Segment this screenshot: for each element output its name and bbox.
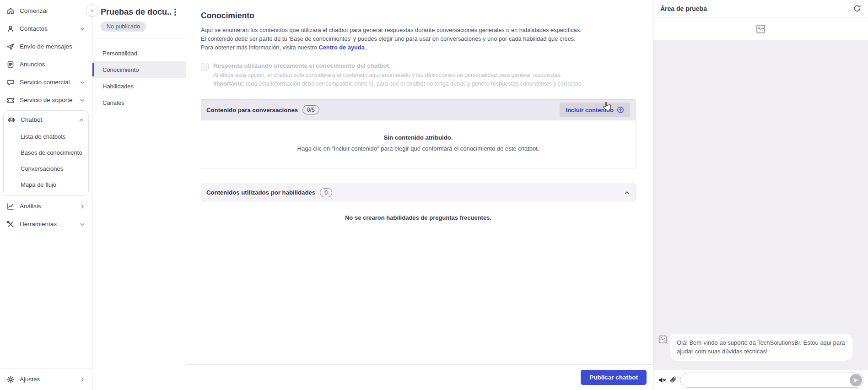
conversations-section-header: Contenido para conversaciones 0/5 Inclui… (201, 99, 636, 120)
chevron-down-icon (79, 221, 86, 228)
empty-state-title: Sin contenido atribuido. (210, 134, 626, 141)
chevron-right-icon (79, 203, 86, 210)
skills-section-header[interactable]: Contenidos utilizados por habilidades 0 (201, 184, 636, 201)
sidebar-item-ajustes[interactable]: Ajustes (0, 370, 92, 388)
sidebar-item-mapa-de-flujo[interactable]: Mapa de flujo (4, 177, 88, 193)
conversations-count-badge: 0/5 (302, 105, 319, 114)
chevron-down-icon (79, 26, 86, 32)
sidebar-footer: Ajustes (0, 368, 92, 390)
sidebar-item-analisis[interactable]: Análisis (0, 197, 92, 215)
chevron-down-icon (79, 97, 86, 103)
sidebar-item-servicio-de-soporte[interactable]: Servicio de soporte (0, 91, 92, 109)
status-badge: No publicado (101, 22, 146, 32)
tab-habilidades[interactable]: Habilidades (92, 78, 186, 94)
skills-empty-text: No se crearon habilidades de preguntas f… (210, 214, 626, 221)
divider (92, 38, 186, 38)
sidebar-item-comenzar[interactable]: Comenzar (0, 2, 92, 20)
chatbot-avatar-strip (653, 17, 868, 40)
chevron-down-icon (79, 79, 86, 86)
conversations-content-section: Contenido para conversaciones 0/5 Inclui… (201, 99, 636, 169)
send-button[interactable] (850, 374, 862, 386)
broken-image-icon (658, 335, 667, 344)
tab-conocimiento[interactable]: Conocimiento (92, 61, 186, 78)
plus-circle-icon (617, 106, 624, 114)
test-area-panel: Área de prueba Olá! Bem-vindo ao suporte… (653, 0, 868, 390)
send-icon (6, 43, 15, 51)
chat-message-input[interactable] (680, 373, 845, 387)
bot-message-row: Olá! Bem-vindo ao suporte da TechSolutio… (658, 334, 863, 361)
knowledge-only-checkbox[interactable] (201, 63, 209, 70)
tab-personalidad[interactable]: Personalidad (92, 45, 186, 61)
main-content: Conocimiento Aquí se enumeran los conten… (186, 0, 653, 390)
skills-content-section: Contenidos utilizados por habilidades 0 … (201, 184, 636, 236)
skills-count-badge: 0 (320, 188, 332, 197)
skills-empty-state: No se crearon habilidades de preguntas f… (201, 201, 636, 236)
sidebar-item-envio-de-mensajes[interactable]: Envío de mensajes (0, 38, 92, 55)
collapse-panel-button[interactable]: ‹ (86, 4, 98, 16)
conversations-empty-state: Sin contenido atribuido. Haga clic en "I… (201, 120, 636, 169)
publish-chatbot-button[interactable]: Publicar chatbot (581, 370, 647, 385)
attachment-icon[interactable] (670, 376, 677, 384)
sidebar-item-lista-de-chatbots[interactable]: Lista de chatbots (4, 129, 88, 145)
tab-canales[interactable]: Canales (92, 94, 186, 111)
sidebar-item-servicio-comercial[interactable]: Servicio comercial (0, 73, 92, 91)
home-icon (6, 7, 15, 15)
sidebar-item-contactos[interactable]: Contactos (0, 20, 92, 38)
ticket-icon (6, 96, 15, 104)
sidebar-spacer (0, 233, 92, 368)
test-area-title: Área de prueba (660, 5, 853, 12)
kebab-menu-icon[interactable] (171, 8, 179, 16)
page-title: Conocimiento (201, 11, 636, 21)
knowledge-only-option: Responda utilizando únicamente el conoci… (201, 62, 636, 88)
sidebar-item-bases-de-conocimiento[interactable]: Bases de conocimiento (4, 145, 88, 161)
main-footer-bar: Publicar chatbot (186, 364, 653, 390)
knowledge-only-title: Responda utilizando únicamente el conoci… (213, 62, 582, 69)
tools-icon (6, 220, 15, 228)
bot-message-bubble: Olá! Bem-vindo ao suporte da TechSolutio… (670, 334, 852, 361)
broken-image-icon (756, 24, 766, 34)
gear-icon (6, 375, 15, 384)
robot-icon (7, 116, 16, 124)
chat-message-area: Olá! Bem-vindo ao suporte da TechSolutio… (653, 40, 868, 370)
skills-section-title: Contenidos utilizados por habilidades (206, 189, 315, 196)
test-area-header: Área de prueba (653, 0, 868, 17)
intro-text: Aquí se enumeran los contenidos que util… (201, 26, 636, 52)
chatbot-name-title: Pruebas de docu... (101, 7, 171, 17)
contacts-icon (6, 25, 15, 33)
sidebar-item-chatbot[interactable]: Chatbot (4, 111, 88, 129)
chat-input-container (680, 373, 863, 388)
chat-input-bar (653, 370, 868, 390)
sidebar-item-conversaciones[interactable]: Conversaciones (4, 161, 88, 177)
announcements-icon (6, 60, 15, 69)
analytics-icon (6, 202, 15, 211)
include-content-button[interactable]: Incluir contenido (560, 103, 630, 117)
help-center-link[interactable]: Centro de ayuda (319, 44, 365, 51)
chevron-right-icon (79, 376, 86, 383)
chatbot-nav-group: Chatbot Lista de chatbots Bases de conoc… (3, 110, 89, 196)
chatbot-settings-nav: ‹ Pruebas de docu... No publicado Person… (92, 0, 186, 390)
refresh-icon[interactable] (853, 5, 861, 12)
sidebar-item-anuncios[interactable]: Anuncios (0, 55, 92, 73)
sidebar-item-herramientas[interactable]: Herramientas (0, 215, 92, 233)
chat-icon (6, 78, 15, 87)
main-sidebar: Comenzar Contactos Envío de mensajes Anu… (0, 0, 92, 390)
conversations-section-title: Contenido para conversaciones (206, 107, 298, 114)
chevron-up-icon (78, 117, 85, 123)
chevron-up-icon[interactable] (624, 190, 630, 196)
empty-state-subtitle: Haga clic en "Incluir contenido" para el… (210, 145, 626, 152)
mute-icon[interactable] (658, 376, 667, 385)
